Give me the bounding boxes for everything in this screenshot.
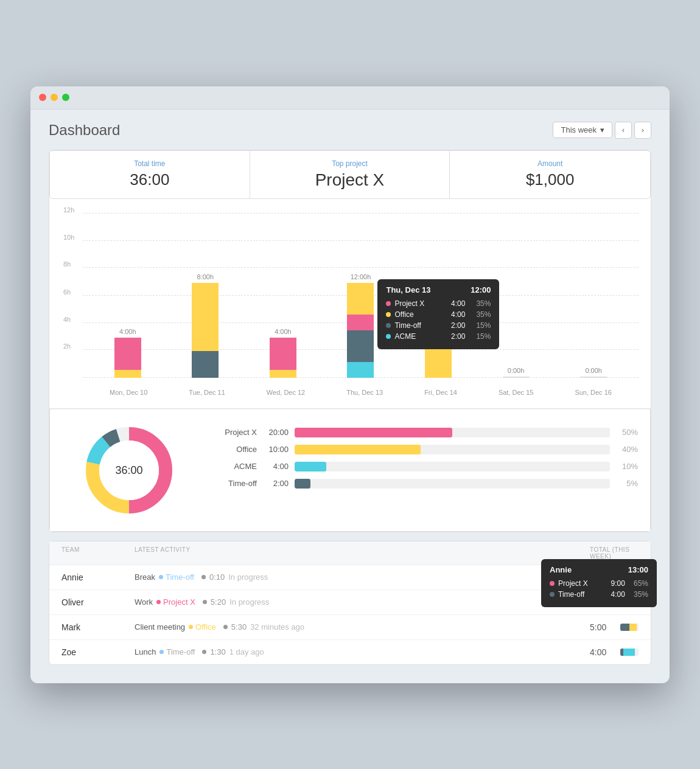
week-navigation: This week ▾ ‹ › [553, 122, 651, 139]
activity-cell-mark: Client meeting Office 5:30 32 minutes ag… [135, 622, 590, 632]
team-panel: TEAM LATEST ACTIVITY TOTAL (THIS WEEK) A… [49, 541, 651, 665]
project-row-office: Office 10:00 40% [208, 445, 638, 454]
week-selector-button[interactable]: This week ▾ [553, 122, 612, 138]
team-row-annie: Annie Break Time-off 0:10 In progress 13… [49, 565, 651, 590]
donut-chart: 36:00 [80, 422, 178, 519]
team-member-name: Annie [61, 572, 135, 582]
bar-sat: 0:00h [503, 367, 530, 378]
minimize-dot[interactable] [51, 94, 58, 101]
page-header: Dashboard This week ▾ ‹ › [49, 122, 651, 139]
next-week-button[interactable]: › [634, 122, 651, 139]
stat-total-time: Total time 36:00 [50, 151, 250, 198]
chevron-down-icon: ▾ [600, 125, 604, 134]
activity-cell-oliver: Work Project X 5:20 In progress [135, 597, 590, 607]
prev-week-button[interactable]: ‹ [615, 122, 632, 139]
project-row-projectx: Project X 20:00 50% [208, 428, 638, 437]
donut-chart-container: 36:00 [62, 422, 196, 519]
team-member-name: Zoe [61, 647, 135, 657]
donut-label: 36:00 [115, 464, 142, 476]
bar-tue: 8:00h [192, 273, 219, 378]
bar-chart-section: 12h 10h 8h 6h 4h 2h 4:00h [49, 201, 651, 408]
close-dot[interactable] [39, 94, 46, 101]
chart-tooltip: Thu, Dec 13 12:00 Project X 4:00 35% [377, 279, 499, 349]
total-cell-mark: 5:00 [590, 622, 639, 632]
project-bars-list: Project X 20:00 50% Office 10:00 40% [208, 422, 638, 519]
project-summary: 36:00 Project X 20:00 50% Office 10: [49, 409, 651, 532]
main-panel: Total time 36:00 Top project Project X A… [49, 150, 651, 532]
activity-cell-zoe: Lunch Time-off 1:30 1 day ago [135, 647, 590, 656]
x-axis-labels: Mon, Dec 10 Tue, Dec 11 Wed, Dec 12 Thu,… [83, 389, 639, 396]
team-row-mark: Mark Client meeting Office 5:30 32 minut… [49, 615, 651, 640]
bar-thu[interactable]: 12:00h Thu, Dec 13 [347, 273, 374, 378]
total-cell-zoe: 4:00 [590, 647, 639, 657]
maximize-dot[interactable] [62, 94, 69, 101]
bar-mon: 4:00h [114, 328, 141, 378]
team-member-name: Oliver [61, 597, 135, 607]
team-row-zoe: Zoe Lunch Time-off 1:30 1 day ago 4:00 [49, 640, 651, 664]
bar-sun: 0:00h [580, 367, 607, 378]
team-tooltip-annie: Annie 13:00 Project X 9:00 65% Time-off … [541, 559, 657, 607]
titlebar [30, 86, 670, 110]
stats-row: Total time 36:00 Top project Project X A… [49, 150, 651, 199]
page-title: Dashboard [49, 122, 120, 139]
activity-cell-annie: Break Time-off 0:10 In progress [135, 572, 590, 582]
team-member-name: Mark [61, 622, 135, 632]
project-row-timeoff: Time-off 2:00 5% [208, 479, 638, 489]
stat-amount: Amount $1,000 [450, 151, 650, 198]
bar-wed: 4:00h [270, 328, 296, 378]
bar-chart: 12h 10h 8h 6h 4h 2h 4:00h [61, 214, 639, 396]
stat-top-project: Top project Project X [250, 151, 450, 198]
bars-container: 4:00h 8:00h [83, 214, 639, 378]
app-window: Dashboard This week ▾ ‹ › Total time 36:… [30, 86, 670, 683]
project-row-acme: ACME 4:00 10% [208, 462, 638, 471]
